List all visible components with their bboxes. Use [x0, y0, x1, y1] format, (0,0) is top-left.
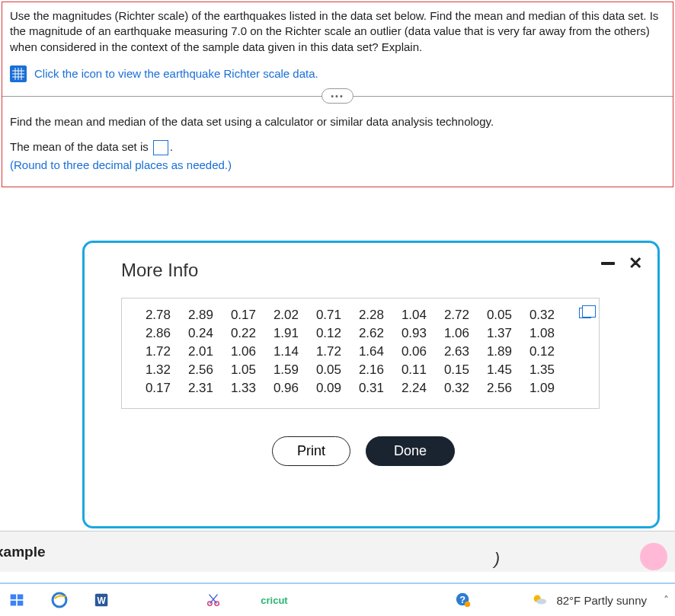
table-cell: 0.17	[219, 308, 262, 323]
answer-suffix: .	[170, 140, 173, 153]
weather-icon[interactable]	[529, 589, 550, 611]
example-label-partial: xample	[0, 544, 45, 560]
table-cell: 1.59	[262, 362, 305, 378]
svg-line-16	[210, 595, 217, 604]
table-cell: 0.32	[433, 381, 475, 396]
taskbar: W cricut ? 82°F Partly sunny ˄	[0, 582, 675, 616]
table-cell: 1.91	[262, 326, 305, 341]
table-cell: 2.56	[177, 362, 219, 378]
table-cell: 1.89	[475, 344, 518, 359]
print-button[interactable]: Print	[272, 436, 350, 466]
table-row: 0.172.311.330.960.090.312.240.322.561.09	[134, 381, 587, 396]
more-dots-icon[interactable]: •••	[322, 88, 353, 104]
table-cell: 1.05	[219, 362, 262, 378]
table-row: 1.722.011.061.141.721.640.062.631.890.12	[134, 344, 587, 359]
table-cell: 1.08	[518, 326, 561, 341]
svg-rect-7	[11, 595, 17, 600]
close-icon[interactable]: ✕	[629, 255, 642, 272]
data-link-row: Click the icon to view the earthquake Ri…	[10, 65, 665, 82]
table-cell: 2.16	[347, 362, 390, 378]
svg-point-20	[465, 602, 470, 607]
svg-text:W: W	[97, 595, 106, 606]
table-cell: 0.22	[219, 326, 262, 341]
question-container: Use the magnitudes (Richter scale) of th…	[2, 2, 673, 187]
table-cell: 0.31	[347, 381, 390, 396]
table-cell: 2.02	[262, 308, 305, 323]
copy-icon[interactable]	[579, 308, 591, 318]
round-note: (Round to three decimal places as needed…	[10, 158, 665, 171]
answer-input[interactable]	[153, 140, 168, 155]
snip-icon[interactable]	[203, 589, 224, 611]
table-cell: 2.72	[433, 308, 475, 323]
chevron-up-icon[interactable]: ˄	[664, 594, 669, 606]
table-cell: 2.31	[177, 381, 219, 396]
table-cell: 2.28	[347, 308, 390, 323]
modal-header: More Info ✕	[121, 255, 642, 298]
table-cell: 2.62	[347, 326, 390, 341]
table-cell: 1.32	[134, 362, 177, 378]
word-icon[interactable]: W	[91, 589, 113, 611]
table-row: 2.860.240.221.910.122.620.931.061.371.08	[134, 326, 587, 341]
table-cell: 0.15	[433, 362, 475, 378]
table-cell: 0.71	[305, 308, 347, 323]
table-cell: 1.09	[518, 381, 561, 396]
page-footer-strip: xample	[0, 531, 675, 572]
assistant-bubble-icon[interactable]	[640, 543, 667, 570]
taskbar-right: 82°F Partly sunny ˄	[529, 589, 669, 611]
table-cell: 1.72	[305, 344, 347, 359]
table-cell: 1.72	[134, 344, 177, 359]
instruction-text: Find the mean and median of the data set…	[10, 115, 665, 128]
table-cell: 0.05	[475, 308, 518, 323]
table-cell: 0.11	[390, 362, 433, 378]
modal-controls: ✕	[601, 255, 642, 272]
table-cell: 2.78	[134, 308, 177, 323]
table-cell: 1.14	[262, 344, 305, 359]
weather-text[interactable]: 82°F Partly sunny	[556, 594, 647, 607]
question-text: Use the magnitudes (Richter scale) of th…	[10, 8, 665, 55]
table-cell: 1.06	[219, 344, 262, 359]
table-icon[interactable]	[10, 65, 27, 82]
table-cell: 0.24	[177, 326, 219, 341]
table-cell: 2.01	[177, 344, 219, 359]
table-cell: 1.64	[347, 344, 390, 359]
svg-text:?: ?	[459, 594, 465, 605]
svg-rect-8	[18, 595, 24, 600]
table-cell: 0.96	[262, 381, 305, 396]
answer-prefix: The mean of the data set is	[10, 140, 149, 153]
cricut-icon[interactable]: cricut	[264, 589, 285, 611]
answer-line: The mean of the data set is .	[10, 140, 665, 155]
modal-title: More Info	[121, 260, 198, 281]
table-cell: 0.05	[305, 362, 347, 378]
paren-decoration: )	[494, 549, 500, 569]
table-cell: 0.06	[390, 344, 433, 359]
table-cell: 1.37	[475, 326, 518, 341]
table-cell: 1.04	[390, 308, 433, 323]
done-button[interactable]: Done	[366, 436, 455, 466]
minimize-icon[interactable]	[601, 262, 615, 265]
modal-button-row: Print Done	[85, 436, 642, 466]
table-cell: 0.12	[518, 344, 561, 359]
table-cell: 1.45	[475, 362, 518, 378]
table-cell: 0.32	[518, 308, 561, 323]
table-row: 2.782.890.172.020.712.281.042.720.050.32	[134, 308, 587, 323]
help-icon[interactable]: ?	[453, 589, 474, 611]
table-cell: 0.09	[305, 381, 347, 396]
table-cell: 2.56	[475, 381, 518, 396]
svg-point-22	[537, 598, 547, 604]
data-table: 2.782.890.172.020.712.281.042.720.050.32…	[121, 298, 600, 409]
table-cell: 1.33	[219, 381, 262, 396]
table-cell: 0.17	[134, 381, 177, 396]
table-cell: 2.86	[134, 326, 177, 341]
svg-rect-10	[18, 601, 24, 606]
taskbar-left: W cricut	[6, 589, 285, 611]
table-row: 1.322.561.051.590.052.160.110.151.451.35	[134, 362, 587, 378]
table-cell: 0.93	[390, 326, 433, 341]
ie-icon[interactable]	[49, 589, 70, 611]
table-cell: 2.63	[433, 344, 475, 359]
data-link-text[interactable]: Click the icon to view the earthquake Ri…	[34, 67, 318, 80]
more-info-modal: More Info ✕ 2.782.890.172.020.712.281.04…	[82, 241, 660, 528]
table-cell: 1.06	[433, 326, 475, 341]
table-cell: 2.89	[177, 308, 219, 323]
app-icon-1[interactable]	[6, 589, 27, 611]
table-cell: 2.24	[390, 381, 433, 396]
